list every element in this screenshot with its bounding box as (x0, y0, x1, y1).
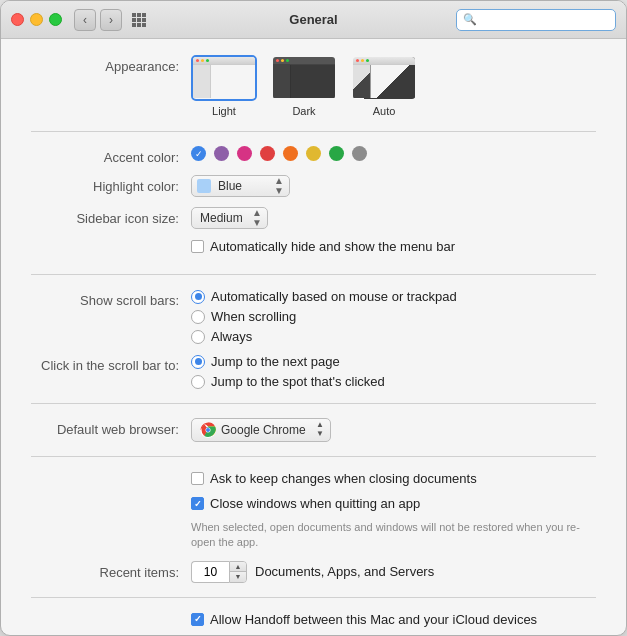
sidebar-icon-size-select[interactable]: Small Medium Large (191, 207, 268, 229)
grid-button[interactable] (128, 9, 150, 31)
appearance-label: Appearance: (31, 55, 191, 74)
appearance-content: Light (191, 55, 596, 117)
window-title: General (289, 12, 337, 27)
accent-orange[interactable] (283, 146, 298, 161)
scroll-bar-click-label: Click in the scroll bar to: (31, 354, 191, 373)
search-icon: 🔍 (463, 13, 477, 26)
menu-bar-checkbox[interactable] (191, 240, 204, 253)
close-windows-sublabel-row: When selected, open documents and window… (31, 519, 596, 555)
ask-keep-changes-spacer (31, 471, 191, 475)
scroll-bar-spot-clicked-radio[interactable] (191, 375, 205, 389)
svg-rect-5 (142, 18, 146, 22)
menu-bar-checkbox-item: Automatically hide and show the menu bar (191, 239, 455, 254)
content-area: Appearance: (1, 39, 626, 635)
ask-keep-changes-checkbox[interactable] (191, 472, 204, 485)
highlight-color-content: Blue Gold Graphite Green Orange Pink Pur… (191, 175, 596, 197)
ask-keep-changes-item: Ask to keep changes when closing documen… (191, 471, 477, 486)
scroll-bars-auto-radio[interactable] (191, 290, 205, 304)
handoff-checkbox[interactable] (191, 613, 204, 626)
titlebar: ‹ › General 🔍 ✕ (1, 1, 626, 39)
accent-color-content (191, 146, 596, 161)
svg-rect-0 (132, 13, 136, 17)
default-browser-content: Google Chrome ▲▼ (191, 418, 596, 442)
scroll-bar-next-page-radio[interactable] (191, 355, 205, 369)
menu-bar-row: Automatically hide and show the menu bar (31, 239, 596, 260)
browser-name: Google Chrome (221, 423, 307, 437)
scroll-bars-auto[interactable]: Automatically based on mouse or trackpad (191, 289, 457, 304)
default-browser-row: Default web browser: (31, 418, 596, 442)
accent-dots (191, 146, 367, 161)
accent-graphite[interactable] (352, 146, 367, 161)
appearance-dark-label: Dark (292, 105, 315, 117)
maximize-button[interactable] (49, 13, 62, 26)
accent-blue[interactable] (191, 146, 206, 161)
scroll-bar-click-row: Click in the scroll bar to: Jump to the … (31, 354, 596, 389)
forward-button[interactable]: › (100, 9, 122, 31)
search-box[interactable]: 🔍 ✕ (456, 9, 616, 31)
nav-buttons: ‹ › (74, 9, 122, 31)
ask-keep-changes-label: Ask to keep changes when closing documen… (210, 471, 477, 486)
close-button[interactable] (11, 13, 24, 26)
accent-pink[interactable] (237, 146, 252, 161)
menu-bar-label: Automatically hide and show the menu bar (210, 239, 455, 254)
minimize-button[interactable] (30, 13, 43, 26)
highlight-color-row: Highlight color: Blue Gold Graphite Gree… (31, 175, 596, 197)
svg-rect-2 (142, 13, 146, 17)
traffic-lights (11, 13, 62, 26)
scroll-bars-always-radio[interactable] (191, 330, 205, 344)
show-scroll-bars-label: Show scroll bars: (31, 289, 191, 308)
close-windows-sublabel-spacer (31, 519, 191, 523)
close-windows-checkbox[interactable] (191, 497, 204, 510)
show-scroll-bars-row: Show scroll bars: Automatically based on… (31, 289, 596, 344)
ask-keep-changes-content: Ask to keep changes when closing documen… (191, 471, 596, 492)
ask-keep-changes-row: Ask to keep changes when closing documen… (31, 471, 596, 492)
svg-rect-3 (132, 18, 136, 22)
scroll-bar-click-radio-group: Jump to the next page Jump to the spot t… (191, 354, 385, 389)
appearance-option-dark[interactable]: Dark (271, 55, 337, 117)
accent-purple[interactable] (214, 146, 229, 161)
scroll-bar-next-page[interactable]: Jump to the next page (191, 354, 385, 369)
accent-color-label: Accent color: (31, 146, 191, 165)
scroll-bars-always[interactable]: Always (191, 329, 457, 344)
scroll-bars-auto-label: Automatically based on mouse or trackpad (211, 289, 457, 304)
highlight-color-select-wrap: Blue Gold Graphite Green Orange Pink Pur… (191, 175, 290, 197)
scroll-bar-spot-clicked[interactable]: Jump to the spot that's clicked (191, 374, 385, 389)
close-windows-sublabel-content: When selected, open documents and window… (191, 519, 596, 555)
appearance-thumb-light (191, 55, 257, 101)
back-button[interactable]: ‹ (74, 9, 96, 31)
handoff-content: Allow Handoff between this Mac and your … (191, 612, 596, 633)
chrome-icon (200, 422, 216, 438)
svg-rect-4 (137, 18, 141, 22)
appearance-option-auto[interactable]: Auto (351, 55, 417, 117)
menu-bar-spacer (31, 239, 191, 243)
browser-arrow-icon: ▲▼ (316, 421, 324, 439)
scroll-bars-always-label: Always (211, 329, 252, 344)
recent-items-increment[interactable]: ▲ (230, 562, 246, 572)
accent-red[interactable] (260, 146, 275, 161)
close-windows-label: Close windows when quitting an app (210, 496, 420, 511)
scroll-bars-scrolling-radio[interactable] (191, 310, 205, 324)
accent-yellow[interactable] (306, 146, 321, 161)
appearance-light-label: Light (212, 105, 236, 117)
svg-point-12 (206, 428, 210, 432)
scroll-bars-radio-group: Automatically based on mouse or trackpad… (191, 289, 457, 344)
browser-select[interactable]: Google Chrome ▲▼ (191, 418, 331, 442)
svg-rect-8 (142, 23, 146, 27)
scroll-bars-scrolling[interactable]: When scrolling (191, 309, 457, 324)
accent-green[interactable] (329, 146, 344, 161)
close-windows-content: Close windows when quitting an app (191, 496, 596, 517)
recent-items-input[interactable] (191, 561, 229, 583)
handoff-row: Allow Handoff between this Mac and your … (31, 612, 596, 633)
search-input[interactable] (481, 13, 627, 27)
recent-items-decrement[interactable]: ▼ (230, 572, 246, 582)
appearance-option-light[interactable]: Light (191, 55, 257, 117)
svg-rect-6 (132, 23, 136, 27)
default-browser-label: Default web browser: (31, 418, 191, 437)
recent-items-label: Recent items: (31, 561, 191, 580)
handoff-item: Allow Handoff between this Mac and your … (191, 612, 537, 627)
sidebar-icon-size-label: Sidebar icon size: (31, 207, 191, 226)
scroll-bars-scrolling-label: When scrolling (211, 309, 296, 324)
menu-bar-content: Automatically hide and show the menu bar (191, 239, 596, 260)
sidebar-icon-size-content: Small Medium Large ▲▼ (191, 207, 596, 229)
recent-items-stepper: ▲ ▼ (191, 561, 247, 583)
